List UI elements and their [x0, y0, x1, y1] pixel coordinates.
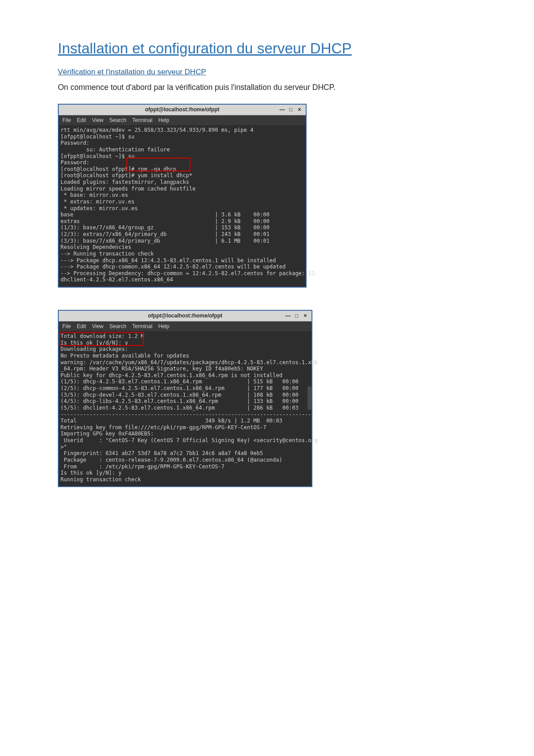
menu-search[interactable]: Search — [109, 323, 126, 329]
window-title: ofppt@localhost:/home/ofppt — [148, 313, 222, 319]
menu-search[interactable]: Search — [109, 117, 126, 123]
page-title: Installation et configuration du serveur… — [58, 40, 476, 57]
minimize-button[interactable]: — — [279, 105, 286, 115]
menu-edit[interactable]: Edit — [77, 323, 86, 329]
menu-terminal[interactable]: Terminal — [132, 323, 152, 329]
intro-text: On commence tout d'abord par la vérifica… — [58, 83, 476, 92]
window-title: ofppt@localhost:/home/ofppt — [145, 106, 219, 113]
scrollbar[interactable] — [307, 386, 312, 410]
maximize-button[interactable]: □ — [287, 105, 295, 115]
terminal-window-1: ofppt@localhost:/home/ofppt — □ × File E… — [58, 104, 307, 288]
close-button[interactable]: × — [302, 311, 309, 321]
titlebar[interactable]: ofppt@localhost:/home/ofppt — □ × — [59, 105, 306, 115]
menu-file[interactable]: File — [62, 117, 71, 123]
minimize-button[interactable]: — — [284, 311, 291, 321]
menu-view[interactable]: View — [92, 323, 104, 329]
menu-help[interactable]: Help — [158, 117, 170, 123]
menu-view[interactable]: View — [92, 117, 104, 123]
terminal-content[interactable]: rtt min/avg/max/mdev = 25.858/33.323/54.… — [59, 125, 306, 287]
terminal-content[interactable]: Total download size: 1.2 M Is this ok [y… — [59, 331, 312, 486]
terminal-window-2: ofppt@localhost:/home/ofppt — □ × File E… — [58, 310, 312, 487]
menu-terminal[interactable]: Terminal — [132, 117, 152, 123]
menubar: File Edit View Search Terminal Help — [59, 115, 306, 125]
titlebar[interactable]: ofppt@localhost:/home/ofppt — □ × — [59, 311, 312, 321]
maximize-button[interactable]: □ — [293, 311, 300, 321]
menu-edit[interactable]: Edit — [77, 117, 86, 123]
menu-help[interactable]: Help — [158, 323, 170, 329]
menubar: File Edit View Search Terminal Help — [59, 321, 312, 331]
menu-file[interactable]: File — [62, 323, 71, 329]
close-button[interactable]: × — [296, 105, 303, 115]
subheading: Vérification et l'installation du serveu… — [58, 68, 476, 77]
